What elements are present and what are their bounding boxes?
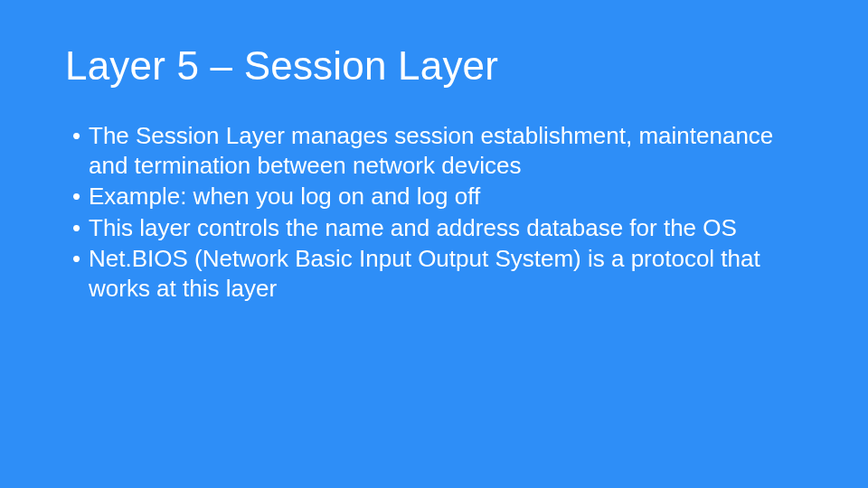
list-item: Example: when you log on and log off <box>72 182 810 211</box>
list-item: Net.BIOS (Network Basic Input Output Sys… <box>72 244 810 303</box>
bullet-list: The Session Layer manages session establ… <box>65 121 810 303</box>
list-item: This layer controls the name and address… <box>72 213 810 243</box>
list-item: The Session Layer manages session establ… <box>72 121 810 180</box>
slide-title: Layer 5 – Session Layer <box>65 43 810 89</box>
